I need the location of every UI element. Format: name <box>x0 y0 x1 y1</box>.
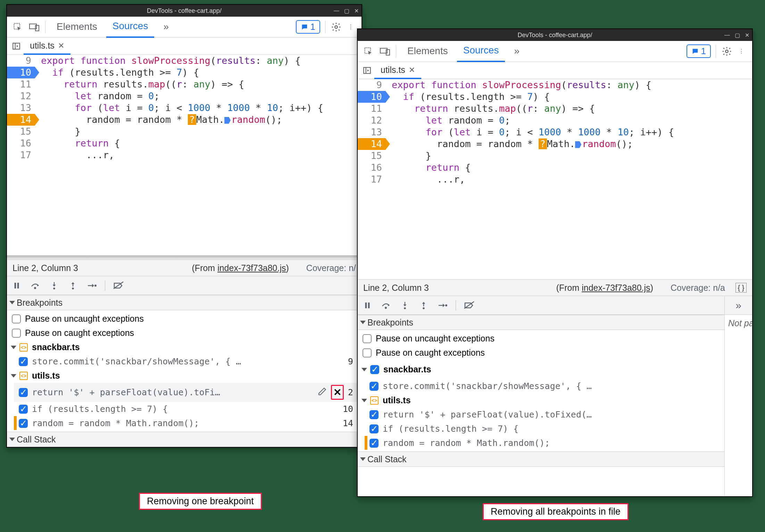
breakpoint-checkbox[interactable]: ✓ <box>19 405 28 414</box>
gutter-line[interactable]: 15 <box>7 126 35 137</box>
code-line[interactable]: for (let i = 0; i < 1000 * 1000 * 10; i+… <box>392 126 752 138</box>
expand-icon[interactable] <box>11 346 16 349</box>
checkbox-caught[interactable] <box>363 348 372 357</box>
code-line[interactable]: random = random * ?Math.random(); <box>392 138 752 150</box>
code-area[interactable]: export function slowProcessing(results: … <box>35 55 361 255</box>
tab-elements[interactable]: Elements <box>401 41 454 61</box>
callstack-section-header[interactable]: Call Stack <box>358 451 752 467</box>
settings-icon[interactable] <box>721 45 733 57</box>
breakpoint-file-snackbar[interactable]: ✓ snackbar.ts ✕ <box>358 360 752 379</box>
code-line[interactable]: random = random * ?Math.random(); <box>41 114 361 126</box>
inspect-icon[interactable] <box>12 21 24 33</box>
breakpoint-item[interactable]: ✓ store.commit('snackbar/showMessage', {… <box>14 354 361 369</box>
breakpoint-item[interactable]: ✓ store.commit('snackbar/showMessage', {… <box>365 379 752 393</box>
code-line[interactable]: for (let i = 0; i < 1000 * 1000 * 10; i+… <box>41 102 361 114</box>
step-out-icon[interactable] <box>418 300 429 311</box>
code-line[interactable]: } <box>392 150 752 162</box>
gutter-line[interactable]: 16 <box>358 162 385 174</box>
gutter-line[interactable]: 17 <box>7 149 35 161</box>
gutter-line[interactable]: 11 <box>7 78 35 90</box>
breakpoints-section-header[interactable]: Breakpoints <box>7 295 361 310</box>
code-line[interactable]: if (results.length >= 7) { <box>41 67 361 78</box>
device-mode-icon[interactable] <box>379 45 391 57</box>
gutter-line[interactable]: 10 <box>7 67 35 78</box>
code-line[interactable]: return { <box>41 137 361 149</box>
gutter-line[interactable]: 9 <box>7 55 35 67</box>
code-line[interactable]: if (results.length >= 7) { <box>392 91 752 103</box>
show-navigator-icon[interactable] <box>360 66 374 75</box>
console-message-badge[interactable]: 1 <box>687 44 711 58</box>
window-maximize-icon[interactable]: ▢ <box>735 32 740 39</box>
breakpoint-checkbox[interactable]: ✓ <box>19 419 28 428</box>
step-icon[interactable] <box>86 280 97 291</box>
gutter-line[interactable]: 11 <box>358 103 385 115</box>
horizontal-scrollbar[interactable] <box>7 255 361 260</box>
breakpoint-item[interactable]: ✓ random = random * Math.random(); 14 <box>14 416 361 430</box>
code-line[interactable]: ...r, <box>41 149 361 161</box>
code-line[interactable]: return results.map((r: any) => { <box>41 78 361 90</box>
console-message-badge[interactable]: 1 <box>296 20 320 34</box>
sourcemap-link[interactable]: index-73f73a80.js <box>582 283 650 293</box>
close-tab-icon[interactable]: ✕ <box>58 41 64 50</box>
checkbox-uncaught[interactable] <box>363 334 372 343</box>
tab-more[interactable]: » <box>157 17 175 37</box>
pause-icon[interactable] <box>362 300 373 311</box>
settings-icon[interactable] <box>330 21 342 33</box>
code-editor[interactable]: 91011121314?151617 export function slowP… <box>358 79 752 279</box>
expand-icon[interactable] <box>361 399 367 402</box>
window-close-icon[interactable]: ✕ <box>354 8 359 14</box>
pretty-print-icon[interactable]: { } <box>735 283 747 293</box>
breakpoint-item[interactable]: ✓ return '$' + parseFloat(value).toFixed… <box>365 407 752 422</box>
gutter-line[interactable]: 10 <box>358 91 385 103</box>
device-mode-icon[interactable] <box>28 21 40 33</box>
breakpoints-section-header[interactable]: Breakpoints <box>358 315 752 330</box>
tab-sources[interactable]: Sources <box>106 16 155 38</box>
gutter-line[interactable]: 13 <box>7 102 35 114</box>
tab-sources[interactable]: Sources <box>457 41 505 62</box>
deactivate-breakpoints-icon[interactable] <box>113 280 124 291</box>
gutter-line[interactable]: 12 <box>7 90 35 102</box>
checkbox-uncaught[interactable] <box>12 314 21 323</box>
code-line[interactable]: ...r, <box>392 174 752 185</box>
window-close-icon[interactable]: ✕ <box>745 32 749 39</box>
code-line[interactable]: let random = 0; <box>392 115 752 126</box>
file-tab-utils[interactable]: utils.ts ✕ <box>24 37 70 55</box>
checkbox-caught[interactable] <box>12 329 21 338</box>
file-tab-utils[interactable]: utils.ts ✕ <box>374 61 421 79</box>
tab-more[interactable]: » <box>508 41 526 61</box>
gutter-line[interactable]: 14? <box>358 138 385 150</box>
breakpoint-checkbox[interactable]: ✓ <box>369 424 379 433</box>
kebab-menu-icon[interactable]: ⋮ <box>345 21 357 33</box>
gutter-line[interactable]: 12 <box>358 115 385 126</box>
breakpoint-item[interactable]: ✓ if (results.length >= 7) { 10 <box>365 422 752 436</box>
breakpoint-item[interactable]: ✓ return '$' + parseFloat(value).toFi… ✕… <box>14 383 361 402</box>
code-line[interactable]: } <box>41 126 361 137</box>
gutter-line[interactable]: 17 <box>358 174 385 185</box>
inspect-icon[interactable] <box>363 45 374 57</box>
window-minimize-icon[interactable]: — <box>724 32 730 39</box>
breakpoint-item[interactable]: ✓ if (results.length >= 7) { 10 <box>14 402 361 416</box>
breakpoint-file-checkbox[interactable]: ✓ <box>370 365 379 374</box>
gutter-line[interactable]: 16 <box>7 137 35 149</box>
gutter-line[interactable]: 14? <box>7 114 35 126</box>
step-icon[interactable] <box>437 300 448 311</box>
remove-breakpoint-icon[interactable]: ✕ <box>333 387 341 398</box>
kebab-menu-icon[interactable]: ⋮ <box>735 45 747 57</box>
step-into-icon[interactable] <box>49 280 60 291</box>
pause-icon[interactable] <box>11 280 22 291</box>
edit-breakpoint-icon[interactable] <box>318 387 327 398</box>
code-line[interactable]: return results.map((r: any) => { <box>392 103 752 115</box>
expand-icon[interactable] <box>11 374 16 378</box>
code-line[interactable]: export function slowProcessing(results: … <box>41 55 361 67</box>
sourcemap-link[interactable]: index-73f73a80.js <box>217 263 286 273</box>
deactivate-breakpoints-icon[interactable] <box>464 300 475 311</box>
step-over-icon[interactable] <box>381 300 392 311</box>
breakpoint-checkbox[interactable]: ✓ <box>369 439 379 448</box>
callstack-section-header[interactable]: Call Stack <box>7 432 361 447</box>
breakpoint-file-utils[interactable]: <> utils.ts <box>7 369 361 383</box>
breakpoint-checkbox[interactable]: ✓ <box>369 410 379 419</box>
breakpoint-checkbox[interactable]: ✓ <box>19 388 28 397</box>
window-maximize-icon[interactable]: ▢ <box>344 8 349 14</box>
gutter[interactable]: 91011121314?151617 <box>358 79 385 279</box>
close-tab-icon[interactable]: ✕ <box>409 66 415 75</box>
